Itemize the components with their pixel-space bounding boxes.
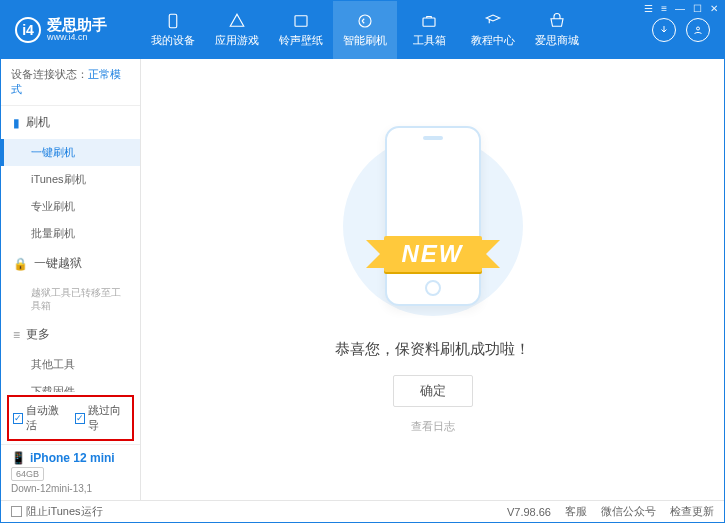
nav-label: 教程中心 [471,33,515,48]
group-label: 更多 [26,326,50,343]
checkbox-skip-guide[interactable]: ✓跳过向导 [75,403,129,433]
check-icon: ✓ [13,413,23,424]
checkbox-icon [11,506,22,517]
footer-service[interactable]: 客服 [565,504,587,519]
menu-icon[interactable]: ☰ [644,3,653,14]
status-label: 设备连接状态： [11,68,88,80]
user-button[interactable] [686,18,710,42]
settings-icon[interactable]: ≡ [661,3,667,14]
sidebar-item-other-tools[interactable]: 其他工具 [1,351,140,378]
nav-label: 铃声壁纸 [279,33,323,48]
wallpaper-icon [292,12,310,30]
app-header: ☰ ≡ — ☐ ✕ i4 爱思助手 www.i4.cn 我的设备 应用游戏 铃声… [1,1,724,59]
nav-label: 智能刷机 [343,33,387,48]
success-message: 恭喜您，保资料刷机成功啦！ [335,340,530,359]
sidebar-jailbreak-note: 越狱工具已转移至工具箱 [1,280,140,318]
main-content: NEW 恭喜您，保资料刷机成功啦！ 确定 查看日志 [141,59,724,500]
app-subtitle: www.i4.cn [47,33,107,43]
apps-icon [228,12,246,30]
footer-wechat[interactable]: 微信公众号 [601,504,656,519]
sidebar-item-oneclick-flash[interactable]: 一键刷机 [1,139,140,166]
group-label: 刷机 [26,114,50,131]
nav-label: 爱思商城 [535,33,579,48]
toolbox-icon [420,12,438,30]
nav-smart-flash[interactable]: 智能刷机 [333,1,397,59]
phone-icon: ▮ [13,116,20,130]
logo-icon: i4 [15,17,41,43]
download-button[interactable] [652,18,676,42]
sidebar-item-batch-flash[interactable]: 批量刷机 [1,220,140,247]
nav-label: 工具箱 [413,33,446,48]
group-label: 一键越狱 [34,255,82,272]
flash-icon [356,12,374,30]
device-status: 设备连接状态：正常模式 [1,59,140,106]
ok-button[interactable]: 确定 [393,375,473,407]
svg-point-3 [697,27,700,30]
device-capacity: 64GB [11,467,44,481]
nav-apps-games[interactable]: 应用游戏 [205,1,269,59]
close-button[interactable]: ✕ [710,3,718,14]
chk-label: 自动激活 [26,403,66,433]
view-log-link[interactable]: 查看日志 [411,419,455,434]
sidebar-item-itunes-flash[interactable]: iTunes刷机 [1,166,140,193]
nav-label: 应用游戏 [215,33,259,48]
svg-rect-0 [169,14,177,28]
checkbox-block-itunes[interactable]: 阻止iTunes运行 [11,504,103,519]
window-controls: ☰ ≡ — ☐ ✕ [644,3,718,14]
sidebar: 设备连接状态：正常模式 ▮刷机 一键刷机 iTunes刷机 专业刷机 批量刷机 … [1,59,141,500]
minimize-button[interactable]: — [675,3,685,14]
device-info: 📱iPhone 12 mini 64GB Down-12mini-13,1 [1,444,140,500]
sidebar-group-flash[interactable]: ▮刷机 [1,106,140,139]
device-meta: Down-12mini-13,1 [11,483,130,494]
nav-tutorials[interactable]: 教程中心 [461,1,525,59]
phone-icon: 📱 [11,451,26,465]
nav-ringtone-wallpaper[interactable]: 铃声壁纸 [269,1,333,59]
device-name[interactable]: 📱iPhone 12 mini [11,451,130,465]
sidebar-group-jailbreak[interactable]: 🔒一键越狱 [1,247,140,280]
more-icon: ≡ [13,328,20,342]
store-icon [548,12,566,30]
new-ribbon: NEW [384,236,482,272]
check-icon: ✓ [75,413,85,424]
footer: 阻止iTunes运行 V7.98.66 客服 微信公众号 检查更新 [1,500,724,522]
version-label: V7.98.66 [507,506,551,518]
logo: i4 爱思助手 www.i4.cn [1,17,141,43]
success-illustration: NEW [363,126,503,326]
chk-label: 跳过向导 [88,403,128,433]
sidebar-item-download-firmware[interactable]: 下载固件 [1,378,140,392]
nav-toolbox[interactable]: 工具箱 [397,1,461,59]
nav-store[interactable]: 爱思商城 [525,1,589,59]
sidebar-group-more[interactable]: ≡更多 [1,318,140,351]
lock-icon: 🔒 [13,257,28,271]
tutorial-icon [484,12,502,30]
main-nav: 我的设备 应用游戏 铃声壁纸 智能刷机 工具箱 教程中心 爱思商城 [141,1,638,59]
sidebar-item-pro-flash[interactable]: 专业刷机 [1,193,140,220]
nav-label: 我的设备 [151,33,195,48]
svg-rect-2 [423,18,435,26]
chk-label: 阻止iTunes运行 [26,505,103,517]
phone-icon [164,12,182,30]
maximize-button[interactable]: ☐ [693,3,702,14]
footer-update[interactable]: 检查更新 [670,504,714,519]
svg-rect-1 [295,16,307,27]
app-title: 爱思助手 [47,17,107,34]
nav-my-device[interactable]: 我的设备 [141,1,205,59]
header-actions [638,18,724,42]
options-highlighted: ✓自动激活 ✓跳过向导 [7,395,134,441]
checkbox-auto-activate[interactable]: ✓自动激活 [13,403,67,433]
